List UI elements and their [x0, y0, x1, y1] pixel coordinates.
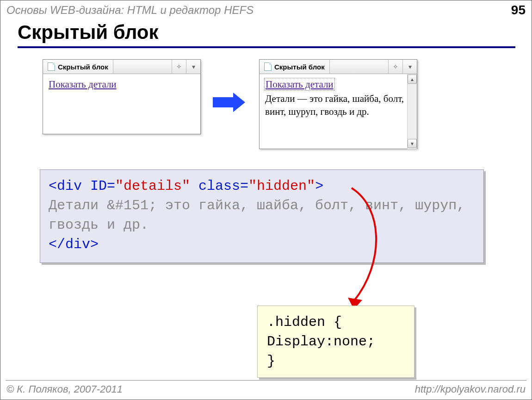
browser-body: Показать детали Детали — это гайка, шайб…	[260, 74, 417, 149]
tab-title: Скрытый блок	[274, 63, 325, 71]
browser-tab[interactable]: Скрытый блок	[260, 60, 330, 74]
scroll-down-icon[interactable]: ▼	[408, 139, 417, 148]
code-token: "details"	[115, 178, 190, 194]
code-token: ID=	[90, 178, 115, 194]
html-code-block: <div ID="details" class="hidden"> Детали…	[40, 169, 484, 263]
code-token: "hidden"	[248, 178, 315, 194]
css-code-block: .hidden { Display:none; }	[257, 306, 414, 378]
css-line: .hidden {	[267, 312, 405, 332]
browser-body: Показать детали	[43, 74, 200, 134]
page-icon	[264, 62, 272, 71]
code-token: class=	[190, 178, 248, 194]
footer-divider	[6, 380, 526, 381]
tab-menu-button[interactable]: ▾	[402, 60, 417, 74]
browser-window-collapsed: Скрытый блок ✧ ▾ Показать детали	[43, 59, 201, 134]
scrollbar[interactable]: ▲ ▼	[407, 74, 417, 149]
page-number: 95	[511, 3, 526, 18]
footer-copyright: © К. Поляков, 2007-2011	[6, 383, 123, 395]
show-details-link[interactable]: Показать детали	[49, 79, 117, 90]
footer-url: http://kpolyakov.narod.ru	[415, 383, 526, 395]
tab-title: Скрытый блок	[58, 63, 108, 71]
tab-menu-button[interactable]: ▾	[186, 60, 200, 74]
page-title: Скрытый блок	[18, 21, 159, 44]
code-token: <div	[49, 178, 90, 194]
title-underline	[18, 46, 515, 48]
page-icon	[48, 62, 55, 71]
code-close: </div>	[49, 235, 475, 254]
tab-bar: Скрытый блок ✧ ▾	[43, 60, 200, 74]
scroll-up-icon[interactable]: ▲	[408, 75, 417, 84]
show-details-link[interactable]: Показать детали	[265, 79, 334, 90]
new-tab-button[interactable]: ✧	[172, 60, 186, 74]
browser-window-expanded: Скрытый блок ✧ ▾ Показать детали Детали …	[259, 59, 417, 149]
code-body: Детали &#151; это гайка, шайба, болт, ви…	[49, 196, 475, 235]
new-tab-button[interactable]: ✧	[388, 60, 402, 74]
css-line: Display:none;	[267, 332, 405, 351]
tab-bar: Скрытый блок ✧ ▾	[260, 60, 417, 74]
browser-tab[interactable]: Скрытый блок	[43, 60, 113, 74]
breadcrumb: Основы WEB-дизайна: HTML и редактор HEFS	[6, 4, 254, 17]
css-line: }	[267, 351, 405, 371]
code-token: >	[315, 178, 323, 194]
details-text: Детали — это гайка, шайба, болт, винт, ш…	[265, 92, 411, 119]
